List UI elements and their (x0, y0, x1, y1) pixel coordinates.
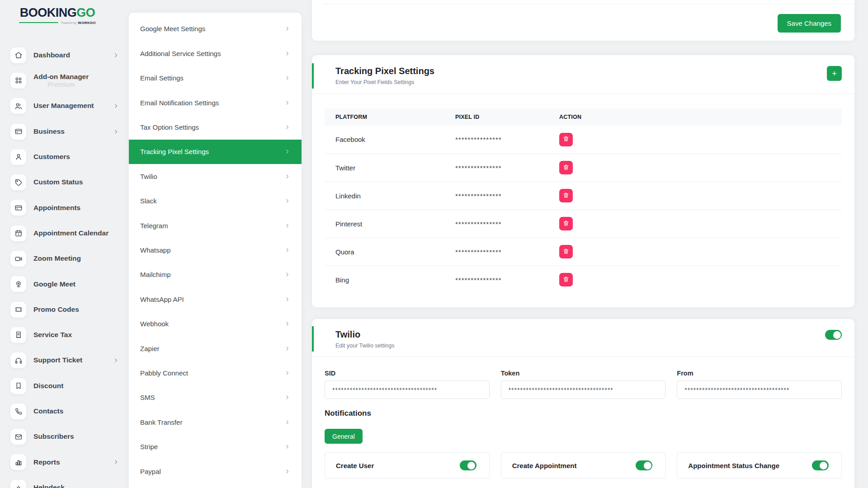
user-icon (10, 149, 26, 165)
appointment-status-change-toggle[interactable] (812, 460, 829, 470)
chevron-right-icon (284, 444, 290, 450)
settings-menu-item-label: Pabbly Connect (140, 369, 188, 377)
calendar-icon (10, 225, 26, 241)
field-sid: SID (325, 370, 490, 399)
sidebar-item-label-wrap: Customers (33, 153, 70, 161)
sidebar-item-dashboard[interactable]: Dashboard (0, 42, 129, 68)
chevron-right-icon (284, 26, 290, 32)
settings-menu-item-email-settings[interactable]: Email Settings (129, 66, 302, 90)
settings-menu-item-tax-option-settings[interactable]: Tax Option Settings (129, 115, 302, 139)
settings-menu-item-label: Twilio (140, 173, 157, 180)
chevron-right-icon (284, 272, 290, 277)
save-changes-button[interactable]: Save Changes (778, 14, 841, 33)
from-input[interactable] (677, 380, 842, 399)
pixel-id-cell: *************** (444, 238, 548, 266)
sidebar-item-service-tax[interactable]: Service Tax (0, 322, 129, 347)
sidebar-item-support-ticket[interactable]: Support Ticket (0, 348, 129, 373)
users-icon (10, 98, 26, 114)
settings-menu-item-whatsapp[interactable]: Whatsapp (129, 238, 302, 262)
sidebar-item-label: Dashboard (33, 51, 70, 60)
settings-menu-item-telegram[interactable]: Telegram (129, 213, 302, 238)
delete-button[interactable] (559, 273, 573, 286)
action-cell (548, 238, 842, 266)
settings-menu-item-twilio[interactable]: Twilio (129, 164, 302, 188)
sidebar-item-label: Customers (33, 153, 70, 161)
settings-menu-item-google-meet-settings[interactable]: Google Meet Settings (129, 17, 302, 41)
settings-menu-item-label: Stripe (140, 443, 158, 450)
sidebar-item-customers[interactable]: Customers (0, 144, 129, 169)
settings-menu-item-label: Tracking Pixel Settings (140, 148, 209, 155)
settings-menu-item-bank-transfer[interactable]: Bank Transfer (129, 410, 302, 434)
settings-menu-item-pabbly-connect[interactable]: Pabbly Connect (129, 361, 302, 385)
sidebar-item-helpdesk[interactable]: Helpdesk (0, 475, 129, 488)
settings-menu-item-webhook[interactable]: Webhook (129, 311, 302, 336)
token-input[interactable] (501, 380, 666, 399)
sidebar-item-label-wrap: Subscribers (33, 432, 74, 441)
settings-menu-item-whatsapp-api[interactable]: WhatsApp API (129, 287, 302, 311)
sidebar-item-label-wrap: User Management (33, 102, 94, 110)
sidebar-item-sublabel: Premium (47, 81, 75, 89)
sidebar-item-subscribers[interactable]: Subscribers (0, 424, 129, 449)
settings-menu-item-slack[interactable]: Slack (129, 189, 302, 213)
settings-menu-item-email-notification-settings[interactable]: Email Notification Settings (129, 90, 302, 115)
sidebar-item-label-wrap: Promo Codes (33, 305, 79, 314)
sidebar-item-zoom-meeting[interactable]: Zoom Meeting (0, 246, 129, 271)
delete-button[interactable] (559, 189, 573, 202)
settings-menu-item-additional-service-settings[interactable]: Additional Service Settings (129, 41, 302, 66)
notification-label: Create User (336, 462, 374, 469)
delete-button[interactable] (559, 133, 573, 146)
twilio-enable-toggle[interactable] (825, 330, 842, 340)
create-appointment-toggle[interactable] (636, 460, 652, 470)
sidebar-item-reports[interactable]: Reports (0, 450, 129, 475)
table-row-facebook: Facebook*************** (325, 126, 842, 154)
field-from: From (677, 370, 842, 399)
sidebar-item-label-wrap: Reports (33, 458, 60, 467)
sidebar-item-appointments[interactable]: Appointments (0, 195, 129, 221)
chevron-right-icon (284, 296, 290, 302)
pixel-id-cell: *************** (444, 154, 548, 182)
sidebar-item-label-wrap: Discount (33, 382, 63, 390)
sidebar-item-user-management[interactable]: User Management (0, 94, 129, 119)
credit-card-icon (10, 124, 26, 140)
sidebar-item-contacts[interactable]: Contacts (0, 399, 129, 424)
sidebar-item-promo-codes[interactable]: Promo Codes (0, 297, 129, 322)
settings-menu-item-label: Mailchimp (140, 271, 171, 278)
main-content: Save Changes Tracking Pixel Settings Ent… (312, 0, 854, 488)
add-pixel-button[interactable]: + (827, 66, 842, 81)
sid-input[interactable] (325, 380, 490, 399)
trash-icon (563, 220, 569, 228)
accent-bar (312, 63, 314, 89)
sidebar-item-custom-status[interactable]: Custom Status (0, 169, 129, 195)
settings-menu-item-tracking-pixel-settings[interactable]: Tracking Pixel Settings (129, 140, 302, 164)
delete-button[interactable] (559, 161, 573, 174)
settings-menu-item-label: Additional Service Settings (140, 50, 221, 57)
page: BOOKINGGO Powered by WORKDO DashboardAdd… (0, 0, 868, 488)
field-label: SID (325, 370, 490, 377)
notification-label: Create Appointment (512, 462, 577, 469)
column-header-pixel-id: PIXEL ID (444, 108, 548, 126)
notification-label: Appointment Status Change (688, 462, 779, 469)
settings-menu-item-zapier[interactable]: Zapier (129, 336, 302, 361)
pixel-table: PLATFORMPIXEL IDACTION Facebook*********… (325, 108, 842, 294)
settings-menu-item-label: Zapier (140, 345, 160, 352)
trash-icon (563, 164, 569, 172)
settings-menu-item-paypal[interactable]: Paypal (129, 459, 302, 483)
delete-button[interactable] (559, 245, 573, 258)
delete-button[interactable] (559, 217, 573, 230)
sidebar-item-google-meet[interactable]: Google Meet (0, 272, 129, 297)
chevron-right-icon (284, 321, 290, 327)
sidebar-item-business[interactable]: Business (0, 119, 129, 144)
sidebar-item-add-on-manager[interactable]: Add-on ManagerPremium (0, 68, 129, 93)
action-cell (548, 182, 842, 210)
sidebar-item-appointment-calendar[interactable]: Appointment Calendar (0, 221, 129, 246)
sidebar-item-label-wrap: Custom Status (33, 178, 83, 187)
general-tab-button[interactable]: General (325, 429, 363, 444)
sidebar-nav: DashboardAdd-on ManagerPremiumUser Manag… (0, 42, 129, 488)
settings-menu-item-sms[interactable]: SMS (129, 385, 302, 410)
settings-menu-item-stripe[interactable]: Stripe (129, 434, 302, 459)
field-label: Token (501, 370, 666, 377)
sidebar-item-discount[interactable]: Discount (0, 373, 129, 399)
settings-menu-item-mailchimp[interactable]: Mailchimp (129, 263, 302, 287)
create-user-toggle[interactable] (460, 460, 476, 470)
notification-card-create-appointment: Create Appointment (501, 452, 666, 479)
